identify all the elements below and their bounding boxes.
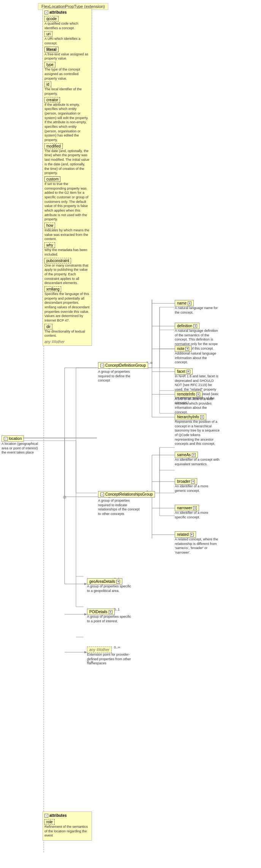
broader-expand-icon[interactable]: + (191, 480, 195, 483)
name-label: name (177, 301, 187, 305)
svg-marker-69 (84, 651, 87, 653)
same-as-box[interactable]: sameAs + (175, 452, 198, 458)
attributes-label: attributes (49, 10, 67, 14)
narrower-box[interactable]: narrower + (175, 505, 199, 511)
geo-area-details-box[interactable]: geoAreaDetails + (87, 578, 122, 585)
broader-label: broader (177, 479, 190, 483)
attr-literal-box[interactable]: literal (44, 47, 59, 52)
bottom-attributes-label: attributes (49, 813, 67, 818)
location-desc: A location (geographical area or point o… (2, 442, 40, 455)
attributes-expand-icon[interactable]: - (44, 11, 48, 14)
facet-label: facet (177, 369, 185, 374)
related-expand-icon[interactable]: + (190, 533, 194, 537)
attr-uri-desc: A URI which identifies a concept. (44, 37, 90, 46)
concept-relationships-group-box[interactable]: - ConceptRelationshipsGroup (98, 491, 155, 498)
attr-dir: dir The directionality of textual conten… (44, 324, 90, 338)
svg-text:0..1: 0..1 (114, 607, 120, 611)
narrower-label: narrower (177, 506, 192, 510)
cdg-expand-icon[interactable]: - (100, 364, 104, 367)
related-label: related (177, 532, 189, 537)
attr-how-desc: Indicates by which means the value was e… (44, 228, 90, 242)
facet-expand-icon[interactable]: + (187, 370, 190, 374)
hierarchy-info-expand-icon[interactable]: + (200, 415, 204, 419)
remote-info-box[interactable]: remoteInfo + (175, 391, 202, 397)
attr-pubconstraint-box[interactable]: pubconstraint (44, 258, 71, 264)
attr-xmllang-box[interactable]: xmllang (44, 286, 61, 292)
geo-area-details-label: geoAreaDetails (89, 579, 115, 584)
attr-uri: uri A URI which identifies a concept. (44, 31, 90, 46)
remote-info-desc: A link to an item or a web resource whic… (175, 397, 220, 415)
same-as-desc: An identifier of a concept with equivale… (175, 458, 220, 466)
svg-text:⊕: ⊕ (63, 494, 66, 500)
bottom-attributes-container: - attributes role Refinement of the sema… (43, 811, 92, 841)
attr-how: how Indicates by which means the value w… (44, 223, 90, 242)
geo-area-details-desc: A group of properties specific to a geop… (87, 584, 133, 593)
bottom-attributes-expand-icon[interactable]: - (44, 814, 48, 818)
attr-literal-desc: A free-text value assigned as property v… (44, 52, 90, 61)
attr-id: id The local identifier of the property. (44, 82, 90, 96)
attr-creator-box[interactable]: creator (44, 97, 60, 103)
same-as-label: sameAs (177, 453, 191, 457)
attr-qcode-desc: A qualified code which identifies a conc… (44, 22, 90, 30)
attr-creator-desc: If the attribute is empty, specifies whi… (44, 103, 90, 143)
attr-dir-box[interactable]: dir (44, 324, 52, 330)
attr-xmllang-desc: Specifies the language of this property … (44, 292, 90, 323)
poi-details-box[interactable]: POIDetails + (87, 609, 115, 615)
crg-desc: A group of properties required to indica… (98, 499, 143, 516)
definition-expand-icon[interactable]: + (193, 324, 197, 328)
location-box[interactable]: - location (2, 435, 24, 442)
name-expand-icon[interactable]: + (188, 301, 191, 305)
attr-id-box[interactable]: id (44, 82, 51, 87)
attr-any-other: any ##other (44, 340, 90, 344)
same-as-expand-icon[interactable]: + (192, 453, 196, 457)
attr-how-box[interactable]: how (44, 223, 55, 228)
attr-custom-desc: If set to true the corresponding propert… (44, 182, 90, 222)
crg-expand-icon[interactable]: - (100, 493, 104, 496)
attr-pubconstraint-desc: One or many constraints that apply to pu… (44, 264, 90, 286)
main-connectors: ≡ + 0..∞ ≡ + 0..∞ ⊕ 0..1 0..1 0..∞ (0, 0, 261, 868)
narrower-expand-icon[interactable]: + (193, 506, 197, 510)
note-expand-icon[interactable]: + (185, 347, 189, 351)
attr-literal: literal A free-text value assigned as pr… (44, 47, 90, 61)
any-other-main-box: any ##other (87, 647, 112, 653)
attr-modified: modified The date (and, optionally, the … (44, 143, 90, 176)
attr-why-box[interactable]: why (44, 242, 55, 248)
hierarchy-info-label: hierarchyInfo (177, 415, 199, 419)
facet-box[interactable]: facet + (175, 368, 193, 375)
svg-marker-65 (84, 583, 87, 585)
broader-box[interactable]: broader + (175, 478, 197, 485)
connector-lines (0, 0, 261, 868)
attributes-header: - attributes (44, 10, 90, 14)
related-box[interactable]: related + (175, 531, 196, 538)
any-other-multiplicity: 0..∞ (87, 660, 93, 664)
remote-info-label: remoteInfo (177, 392, 195, 396)
location-expand-icon[interactable]: - (4, 437, 8, 441)
geo-area-expand-icon[interactable]: + (116, 580, 120, 584)
name-box[interactable]: name + (175, 300, 194, 306)
broader-desc: An identifier of a more generic concept. (175, 484, 220, 493)
attr-xmllang: xmllang Specifies the language of this p… (44, 286, 90, 323)
attr-custom-box[interactable]: custom (44, 176, 60, 182)
related-desc: A related concept, where the relationshi… (175, 537, 220, 555)
attr-id-desc: The local identifier of the property. (44, 87, 90, 96)
definition-label: definition (177, 324, 192, 328)
poi-details-desc: A group of properties specific to a poin… (87, 615, 133, 623)
hierarchy-info-box[interactable]: hierarchyInfo + (175, 414, 206, 420)
attr-uri-box[interactable]: uri (44, 31, 52, 37)
crg-label: ConceptRelationshipsGroup (105, 492, 153, 496)
concept-definition-group-box[interactable]: - ConceptDefinitionGroup (98, 362, 148, 369)
attr-role-desc: Refinement of the semantics of the locat… (44, 825, 90, 838)
attr-role: role Refinement of the semantics of the … (44, 819, 90, 838)
poi-expand-icon[interactable]: + (109, 610, 112, 614)
attr-modified-box[interactable]: modified (44, 143, 63, 149)
attr-qcode-box[interactable]: qcode (44, 16, 59, 22)
note-box[interactable]: note + (175, 345, 191, 352)
cdg-label: ConceptDefinitionGroup (105, 363, 146, 367)
location-label: location (9, 436, 22, 441)
hierarchy-info-desc: Represents the position of a concept in … (175, 420, 220, 446)
attr-role-box[interactable]: role (44, 819, 55, 825)
attr-creator: creator If the attribute is empty, speci… (44, 97, 90, 143)
definition-box[interactable]: definition + (175, 323, 199, 329)
attr-type-box[interactable]: type (44, 62, 55, 67)
remote-info-expand-icon[interactable]: + (196, 392, 200, 396)
